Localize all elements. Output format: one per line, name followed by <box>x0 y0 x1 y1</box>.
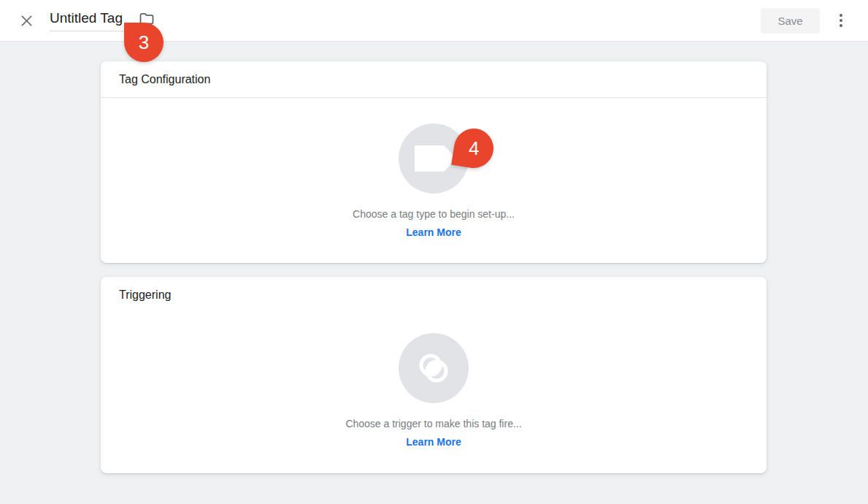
tag-editor-window: Save Tag Configuration Choose a tag type… <box>0 0 868 504</box>
tutorial-step-3-beacon[interactable]: 3 <box>124 23 164 62</box>
close-button[interactable] <box>15 9 38 32</box>
trigger-icon <box>399 333 469 403</box>
more-options-button[interactable] <box>832 9 850 32</box>
tag-configuration-body: Choose a tag type to begin set-up... Lea… <box>101 98 767 238</box>
tag-configuration-title: Tag Configuration <box>101 61 767 97</box>
trigger-learn-more-link[interactable]: Learn More <box>406 436 461 448</box>
tag-type-hint: Choose a tag type to begin set-up... <box>353 208 515 220</box>
trigger-hint: Choose a trigger to make this tag fire..… <box>345 418 521 429</box>
tag-name-input[interactable] <box>50 10 130 31</box>
tutorial-step-4-number: 4 <box>469 137 479 160</box>
triggering-card[interactable]: Triggering Choose a trigger to make this… <box>101 277 767 473</box>
tag-learn-more-link[interactable]: Learn More <box>406 226 461 238</box>
kebab-icon <box>840 14 842 17</box>
close-icon <box>20 15 33 27</box>
save-button[interactable]: Save <box>761 8 820 34</box>
header-actions: Save <box>761 8 850 34</box>
triggering-body: Choose a trigger to make this tag fire..… <box>101 313 767 448</box>
triggering-title: Triggering <box>101 277 767 313</box>
tutorial-step-3-number: 3 <box>139 31 149 54</box>
tag-configuration-card[interactable]: Tag Configuration Choose a tag type to b… <box>101 61 767 263</box>
trigger-placeholder-circle <box>399 333 469 403</box>
